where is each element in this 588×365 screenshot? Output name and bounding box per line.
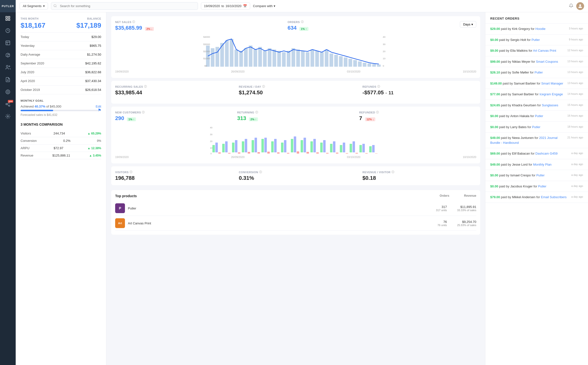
order-product-link[interactable]: Putler xyxy=(535,114,543,118)
sidebar-item-orders[interactable] xyxy=(0,37,16,49)
product-orders-sub-putler: 317 units xyxy=(422,209,447,212)
svg-text:30: 30 xyxy=(383,43,385,46)
sidebar-item-customers[interactable] xyxy=(0,61,16,73)
svg-rect-57 xyxy=(372,64,376,67)
sidebar-item-affiliates[interactable]: new xyxy=(0,98,16,110)
svg-rect-70 xyxy=(215,143,218,152)
svg-rect-34 xyxy=(263,51,267,67)
svg-rect-104 xyxy=(326,153,329,154)
order-product-link[interactable]: Dashcam G459 xyxy=(535,152,557,155)
user-avatar[interactable] xyxy=(576,2,584,10)
customer-chart: 40 30 20 10 0 19/09/2020 26/09/2020 03/1… xyxy=(115,125,476,159)
svg-rect-38 xyxy=(282,52,286,67)
comp-change-visitors: ▲ 65.29% xyxy=(87,132,101,135)
order-product-link[interactable]: Monthly Plan xyxy=(533,163,551,166)
recurring-sales-block: RECURRING SALES ⓘ $33,985.44 xyxy=(115,85,229,96)
net-sales-value-row: $35,685.99 2% ↓ xyxy=(115,25,283,31)
svg-rect-99 xyxy=(310,141,313,152)
svg-rect-35 xyxy=(268,48,271,67)
order-product-link[interactable]: Putler xyxy=(535,71,543,74)
net-sales-info-icon[interactable]: ⓘ xyxy=(132,20,135,24)
stats-row-sep2020: September 2020 $42,195.62 xyxy=(21,59,101,68)
sidebar-item-products[interactable] xyxy=(0,49,16,61)
new-customers-value-row: 290 1% ↑ xyxy=(115,115,232,122)
svg-rect-54 xyxy=(358,61,362,67)
order-text: $29.00 paid by Kirk Gregory for Hoodie xyxy=(490,26,566,31)
stats-label-apr2020: April 2020 xyxy=(21,79,35,83)
order-text: $0.00 paid by Larry Bates for Putler xyxy=(490,125,564,130)
svg-rect-89 xyxy=(277,152,280,154)
order-product-link[interactable]: Putler xyxy=(531,38,540,42)
order-for: for xyxy=(531,60,536,63)
new-customers-info-icon[interactable]: ⓘ xyxy=(142,110,145,114)
goal-progress-row: Achieved 40.37% of $45,000 Edit xyxy=(21,105,101,108)
order-product-link[interactable]: Icegram Engage xyxy=(539,92,563,96)
returning-info-icon[interactable]: ⓘ xyxy=(255,110,258,114)
svg-rect-77 xyxy=(238,152,240,154)
order-by-name: Jesse Lord xyxy=(512,163,528,166)
svg-text:$2000: $2000 xyxy=(203,50,210,53)
recurring-info-icon[interactable]: ⓘ xyxy=(144,85,147,88)
refunds-info-icon[interactable]: ⓘ xyxy=(377,85,380,88)
sidebar-item-sales[interactable] xyxy=(0,24,16,37)
revenue-day-block: REVENUE / DAY ⓘ $1,274.50 xyxy=(239,85,353,96)
order-product-link[interactable]: Email Subscribers xyxy=(541,195,567,199)
order-time: 16 hours ago xyxy=(567,114,583,117)
search-input[interactable] xyxy=(51,2,198,10)
order-product-link[interactable]: Putler xyxy=(538,184,546,188)
order-product-link[interactable]: Putler xyxy=(532,125,540,129)
svg-rect-26 xyxy=(225,40,229,67)
order-for: for xyxy=(528,163,533,166)
new-customers-badge: 1% ↑ xyxy=(127,117,136,121)
order-text: $0.00 paid by Anton Hakala for Putler xyxy=(490,114,564,119)
order-product-link[interactable]: Putler xyxy=(536,173,545,177)
svg-rect-118 xyxy=(372,145,375,152)
order-by-name: Sofie Møller xyxy=(512,71,529,74)
visitors-block: VISITORS ⓘ 196,788 xyxy=(115,170,229,181)
sidebar-item-dashboard[interactable] xyxy=(0,12,16,24)
order-product-link[interactable]: Smart Manager xyxy=(541,82,563,85)
order-time: 13 hours ago xyxy=(567,59,583,63)
refunded-info-icon[interactable]: ⓘ xyxy=(376,110,379,114)
order-amount: $49.00 xyxy=(490,136,500,140)
svg-rect-29 xyxy=(239,51,243,67)
returning-value-row: 313 2% ↑ xyxy=(237,115,354,122)
sidebar-item-integrations[interactable] xyxy=(0,110,16,122)
svg-rect-52 xyxy=(348,59,352,67)
stats-label-oct2019: October 2019 xyxy=(21,88,40,92)
top-metrics-row: NET SALES ⓘ $35,685.99 2% ↓ ORDERS ⓘ xyxy=(115,20,476,31)
date-range-picker[interactable]: 19/09/2020 to 16/10/2020 📅 xyxy=(201,2,250,10)
order-product-link[interactable]: Hoodie xyxy=(535,27,545,31)
order-time: 12 hours ago xyxy=(567,48,583,52)
comp-change-revenue: ▲ 3.45% xyxy=(89,154,101,157)
order-item: $49.00 paid by Neea Juntunen for 2021 Jo… xyxy=(485,133,588,148)
order-paid-by: paid by xyxy=(501,71,512,74)
order-paid-by: paid by xyxy=(501,92,512,96)
compare-button[interactable]: Compare with ▾ xyxy=(253,4,275,8)
order-time: 3 hours ago xyxy=(569,26,583,30)
order-amount: $0.00 xyxy=(490,38,498,42)
revenue-day-value: $1,274.50 xyxy=(239,89,263,96)
date-separator: to xyxy=(221,4,224,8)
sidebar-item-reports[interactable] xyxy=(0,73,16,86)
svg-rect-119 xyxy=(375,153,378,154)
notification-bell[interactable] xyxy=(569,3,573,9)
comp-metric-revenue: Revenue xyxy=(21,154,33,157)
order-paid-by: paid by xyxy=(501,103,512,107)
order-amount: $0.00 xyxy=(490,184,498,188)
segment-select[interactable]: All Segments ▾ xyxy=(20,2,48,10)
order-product-link[interactable]: Art Canvas Print xyxy=(533,49,556,52)
refunds-separator: • xyxy=(386,91,387,95)
conversion-info-icon[interactable]: ⓘ xyxy=(259,170,262,174)
days-button[interactable]: Days ▾ xyxy=(460,21,476,28)
revenue-visitor-info-icon[interactable]: ⓘ xyxy=(392,170,394,174)
orders-info-icon[interactable]: ⓘ xyxy=(301,20,304,24)
order-product-link[interactable]: Smart Coupons xyxy=(536,60,558,63)
sidebar-logo: PUTLER xyxy=(0,0,16,12)
revenue-day-info-icon[interactable]: ⓘ xyxy=(262,85,265,88)
order-by-name: Niklas Meyer xyxy=(512,60,530,63)
svg-rect-83 xyxy=(257,152,260,154)
order-product-link[interactable]: Sunglasses xyxy=(542,103,558,107)
sidebar-item-goals[interactable] xyxy=(0,86,16,98)
visitors-info-icon[interactable]: ⓘ xyxy=(130,170,133,174)
